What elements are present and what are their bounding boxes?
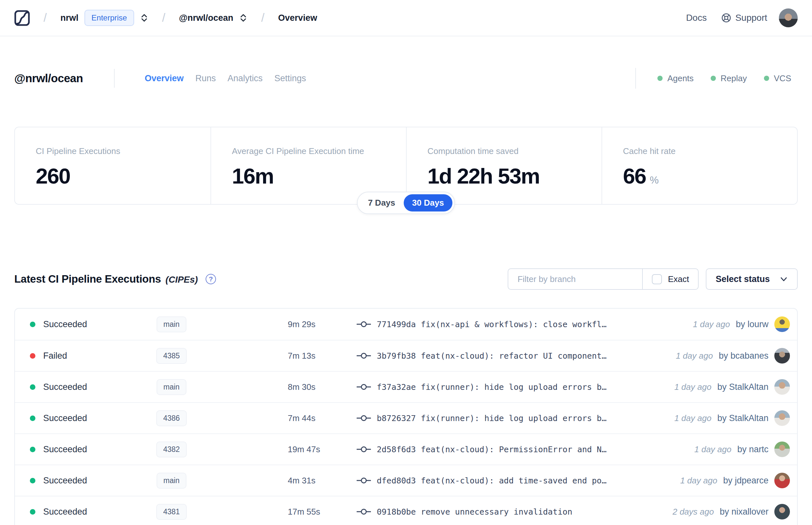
branch-badge[interactable]: 4382 [156,441,186,457]
range-30-days[interactable]: 30 Days [404,194,453,211]
author-avatar[interactable] [774,316,790,332]
stat-label: Computation time saved [427,146,601,156]
org-switcher-chevrons-icon[interactable] [140,13,149,23]
section-subtitle: (CIPEs) [166,274,198,285]
help-icon[interactable]: ? [205,274,216,284]
row-author: by jdpearce [723,476,768,486]
row-duration: 9m 29s [201,319,357,329]
commit-message[interactable]: 2d58f6d3 feat(nx-cloud): PermissionError… [377,445,607,454]
workspace-name[interactable]: @nrwl/ocean [179,13,233,23]
commit-message[interactable]: f37a32ae fix(runner): hide log upload er… [377,382,607,392]
table-row[interactable]: Succeeded 4382 19m 47s 2d58f6d3 feat(nx-… [15,433,797,465]
breadcrumb-separator: / [44,11,47,25]
branch-badge[interactable]: main [156,379,186,395]
stat-label: Cache hit rate [623,146,797,156]
exact-label: Exact [668,274,689,284]
branch-badge[interactable]: 4381 [156,504,186,520]
row-status: Succeeded [43,382,87,392]
status-dot-icon [30,321,35,327]
git-commit-icon [357,445,371,453]
range-7-days[interactable]: 7 Days [359,194,404,211]
status-dot-icon [764,76,769,81]
status-agents: Agents [657,73,694,84]
tab-runs[interactable]: Runs [196,73,216,84]
support-link[interactable]: Support [721,13,767,23]
status-vcs: VCS [764,73,791,84]
stat-card-cache-hit: Cache hit rate 66 % [601,127,797,204]
tab-settings[interactable]: Settings [274,73,306,84]
row-duration: 4m 31s [201,476,357,486]
tab-analytics[interactable]: Analytics [228,73,263,84]
breadcrumb-separator: / [162,11,165,25]
exact-checkbox[interactable] [652,274,662,284]
status-vcs-label: VCS [774,73,791,84]
row-status: Succeeded [43,319,87,329]
commit-message[interactable]: dfed80d3 feat(nx-cloud): add time-saved … [377,476,607,485]
commit-message[interactable]: 0918b0be remove unnecessary invalidation [377,507,572,516]
branch-badge[interactable]: 4385 [156,348,186,364]
nx-cloud-logo-icon[interactable] [14,10,30,26]
stat-value: 260 [36,163,70,189]
table-row[interactable]: Succeeded main 4m 31s dfed80d3 feat(nx-c… [15,465,797,496]
git-commit-icon [357,476,371,485]
table-row[interactable]: Failed 4385 7m 13s 3b79fb38 feat(nx-clou… [15,340,797,371]
stat-value: 66 [623,163,646,189]
table-row[interactable]: Succeeded main 8m 30s f37a32ae fix(runne… [15,371,797,402]
table-row[interactable]: Succeeded main 9m 29s 771499da fix(nx-ap… [15,309,797,340]
status-dot-icon [30,353,35,359]
exact-toggle[interactable]: Exact [642,269,698,289]
org-name[interactable]: nrwl [60,13,79,23]
stats-cards: CI Pipeline Executions 260 Average CI Pi… [14,127,798,205]
branch-filter-input[interactable] [508,269,642,289]
status-agents-label: Agents [668,73,694,84]
top-navbar: / nrwl Enterprise / @nrwl/ocean / Overvi… [0,0,812,36]
table-row[interactable]: Succeeded 4381 17m 55s 0918b0be remove u… [15,496,797,525]
row-author: by StalkAltan [717,382,768,392]
row-status: Failed [43,351,67,361]
branch-filter-group: Exact [508,268,699,290]
branch-badge[interactable]: main [156,316,186,332]
commit-message[interactable]: 771499da fix(nx-api & workflows): close … [377,320,607,329]
cipe-table: Succeeded main 9m 29s 771499da fix(nx-ap… [14,308,798,525]
stat-unit: % [650,175,659,186]
author-avatar[interactable] [774,473,790,488]
cipe-heading: Latest CI Pipeline Executions (CIPEs) [14,273,198,285]
author-avatar[interactable] [774,504,790,520]
author-avatar[interactable] [774,348,790,363]
author-avatar[interactable] [774,379,790,395]
row-author: by nixallover [720,507,768,517]
row-author: by nartc [737,445,768,454]
section-title: Latest CI Pipeline Executions [14,273,161,285]
support-label: Support [735,13,767,23]
status-replay-label: Replay [721,73,747,84]
row-duration: 19m 47s [201,445,357,454]
author-avatar[interactable] [774,441,790,457]
breadcrumb: / nrwl Enterprise / @nrwl/ocean / Overvi… [14,10,317,26]
author-avatar[interactable] [774,410,790,426]
branch-badge[interactable]: 4386 [156,410,186,426]
date-range-toggle: 7 Days 30 Days [357,192,455,214]
commit-message[interactable]: b8726327 fix(runner): hide log upload er… [377,414,607,423]
stat-card-executions: CI Pipeline Executions 260 [15,127,211,204]
workspace-switcher-chevrons-icon[interactable] [239,13,247,23]
row-time-ago: 1 day ago [693,319,730,329]
git-commit-icon [357,320,371,328]
branch-badge[interactable]: main [156,473,186,489]
status-select-dropdown[interactable]: Select status [706,268,798,290]
stat-label: CI Pipeline Executions [36,146,211,156]
row-status: Succeeded [43,507,87,517]
table-row[interactable]: Succeeded 4386 7m 44s b8726327 fix(runne… [15,402,797,433]
docs-link[interactable]: Docs [686,13,707,23]
status-dot-icon [30,384,35,390]
row-duration: 8m 30s [201,382,357,392]
commit-message[interactable]: 3b79fb38 feat(nx-cloud): refactor UI com… [377,351,607,361]
current-page-crumb: Overview [278,13,317,23]
status-replay: Replay [711,73,747,84]
divider [114,69,114,88]
user-avatar[interactable] [779,9,798,27]
workspace-tabs: Overview Runs Analytics Settings [144,73,306,84]
status-dot-icon [711,76,716,81]
git-commit-icon [357,383,371,391]
tab-overview[interactable]: Overview [144,73,184,84]
divider [635,68,636,89]
